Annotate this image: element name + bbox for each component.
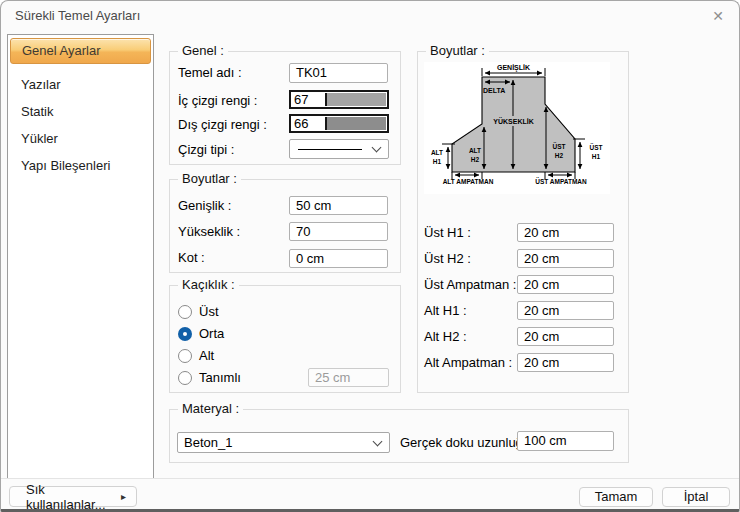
group-boyutlar-sag: Boyutlar :: [417, 51, 629, 393]
flyout-arrow-icon: ▸: [121, 491, 126, 502]
sidebar-item-yazilar[interactable]: Yazılar: [8, 71, 153, 98]
ok-button[interactable]: Tamam: [579, 487, 653, 507]
dis-cizgi-rengi-control[interactable]: 66: [289, 114, 389, 133]
diagram-alt-h1-label-1: ALT: [431, 149, 443, 156]
sidebar-item-yapi-bilesenleri[interactable]: Yapı Bileşenleri: [8, 152, 153, 179]
alt-h2-label: Alt H2 :: [424, 329, 467, 345]
tanimli-input[interactable]: 25 cm: [308, 368, 389, 387]
group-materyal: Materyal : Beton_1 Gerçek doku uzunluğu …: [169, 409, 629, 463]
ust-h2-input[interactable]: 20 cm: [517, 249, 614, 268]
cizgi-tipi-dropdown[interactable]: [289, 139, 389, 159]
radio-alt-label: Alt: [199, 349, 214, 363]
ust-ampatman-input[interactable]: 20 cm: [517, 275, 614, 294]
alt-h2-input[interactable]: 20 cm: [517, 327, 614, 346]
titlebar: Sürekli Temel Ayarları ✕: [1, 1, 739, 31]
diagram-alt-h2-label-1: ALT: [469, 147, 481, 154]
chevron-down-icon: [373, 436, 383, 446]
cizgi-tipi-label: Çizgi tipi :: [178, 142, 234, 158]
group-kaciklik: Kaçıklık : Üst Orta Alt Tanımlı 25 cm: [169, 285, 401, 393]
diagram-alt-ampatman-label: ALT AMPATMAN: [443, 178, 494, 185]
alt-h1-input[interactable]: 20 cm: [517, 301, 614, 320]
group-boyutlar-sol-legend: Boyutlar :: [178, 171, 241, 186]
favorites-button-label: Sık kullanılanlar...: [26, 482, 121, 512]
group-kaciklik-legend: Kaçıklık :: [178, 277, 239, 292]
radio-ust[interactable]: Üst: [178, 304, 219, 320]
ust-ampatman-label: Üst Ampatman :: [424, 277, 516, 293]
dis-cizgi-rengi-swatch: [325, 117, 386, 130]
group-boyutlar-sag-legend: Boyutlar :: [426, 43, 489, 58]
genislik-input[interactable]: 50 cm: [289, 196, 388, 215]
diagram-ust-h2-label-1: ÜST: [553, 142, 566, 150]
kot-label: Kot :: [178, 250, 205, 266]
genislik-label: Genişlik :: [178, 198, 231, 214]
chevron-down-icon: [372, 143, 382, 153]
group-genel: Genel : Temel adı : TK01 İç çizgi rengi …: [169, 51, 401, 165]
diagram-alt-h1-label-2: H1: [433, 158, 442, 165]
group-materyal-legend: Materyal :: [178, 401, 243, 416]
radio-ust-circle[interactable]: [178, 305, 192, 319]
materyal-dropdown[interactable]: Beton_1: [177, 432, 390, 453]
sidebar-item-statik[interactable]: Statik: [8, 98, 153, 125]
doku-uzunlugu-input[interactable]: 100 cm: [517, 431, 614, 451]
radio-tanimli-circle[interactable]: [178, 371, 192, 385]
ic-cizgi-rengi-control[interactable]: 67: [289, 90, 389, 109]
alt-h1-label: Alt H1 :: [424, 303, 467, 319]
yukseklik-input[interactable]: 70: [289, 222, 388, 241]
sidebar: Genel Ayarlar Yazılar Statik Yükler Yapı…: [7, 34, 154, 479]
line-type-preview: [298, 149, 362, 150]
temel-adi-label: Temel adı :: [178, 65, 242, 81]
radio-tanimli[interactable]: Tanımlı: [178, 370, 241, 386]
close-icon[interactable]: ✕: [707, 5, 729, 27]
diagram-delta-label: DELTA: [483, 87, 505, 94]
window-title: Sürekli Temel Ayarları: [15, 1, 140, 31]
radio-alt-circle[interactable]: [178, 349, 192, 363]
footer-divider: [1, 478, 740, 479]
favorites-button[interactable]: Sık kullanılanlar... ▸: [9, 486, 137, 507]
materyal-dropdown-value: Beton_1: [184, 433, 232, 452]
sidebar-item-yukler[interactable]: Yükler: [8, 125, 153, 152]
alt-ampatman-input[interactable]: 20 cm: [517, 353, 614, 372]
dis-cizgi-rengi-label: Dış çizgi rengi :: [178, 117, 267, 133]
cancel-button[interactable]: İptal: [662, 487, 730, 507]
dialog-surekli-temel-ayarlari: Sürekli Temel Ayarları ✕ Genel Ayarlar Y…: [0, 0, 740, 512]
kot-input[interactable]: 0 cm: [289, 249, 388, 268]
radio-ust-label: Üst: [199, 305, 219, 319]
diagram-yukseklik-label: YÜKSEKLİK: [493, 117, 533, 125]
radio-tanimli-label: Tanımlı: [199, 371, 241, 385]
diagram-ust-ampatman-label: ÜST AMPATMAN: [535, 177, 587, 185]
alt-ampatman-label: Alt Ampatman :: [424, 355, 512, 371]
ic-cizgi-rengi-value: 67: [291, 92, 325, 107]
diagram-ust-h2-label-2: H2: [555, 152, 564, 159]
radio-alt[interactable]: Alt: [178, 348, 214, 364]
diagram-ust-h1-label-1: ÜST: [590, 143, 603, 151]
ic-cizgi-rengi-label: İç çizgi rengi :: [178, 93, 257, 109]
diagram-ust-h1-label-2: H1: [592, 153, 601, 160]
group-boyutlar-sol: Boyutlar : Genişlik : 50 cm Yükseklik : …: [169, 179, 401, 273]
group-genel-legend: Genel :: [178, 43, 228, 58]
dis-cizgi-rengi-value: 66: [291, 116, 325, 131]
foundation-section-diagram: GENİŞLİK DELTA YÜKSEKLİK ALT H2 ALT H1 Ü…: [424, 62, 610, 194]
ust-h2-label: Üst H2 :: [424, 251, 471, 267]
temel-adi-input[interactable]: TK01: [289, 63, 388, 83]
ust-h1-label: Üst H1 :: [424, 225, 471, 241]
ic-cizgi-rengi-swatch: [325, 93, 386, 106]
yukseklik-label: Yükseklik :: [178, 224, 240, 240]
radio-orta[interactable]: Orta: [178, 326, 224, 342]
radio-orta-circle[interactable]: [178, 327, 192, 341]
radio-orta-label: Orta: [199, 327, 224, 341]
ust-h1-input[interactable]: 20 cm: [517, 223, 614, 242]
sidebar-item-genel-ayarlar[interactable]: Genel Ayarlar: [10, 38, 151, 64]
diagram-genislik-label: GENİŞLİK: [497, 64, 530, 72]
diagram-alt-h2-label-2: H2: [471, 156, 480, 163]
